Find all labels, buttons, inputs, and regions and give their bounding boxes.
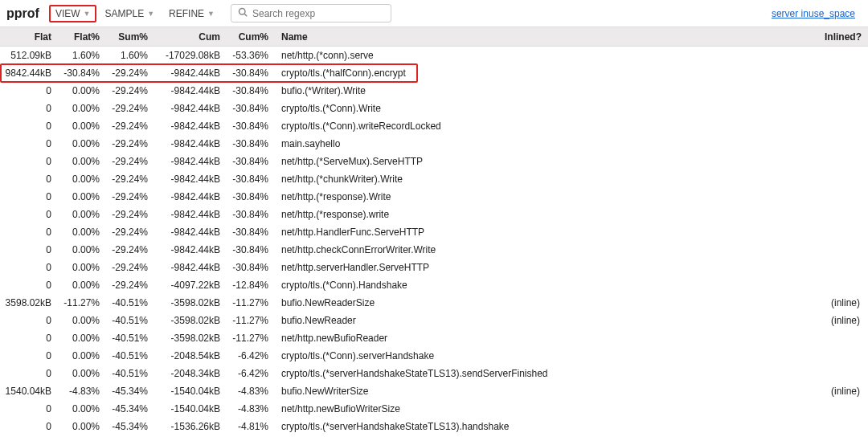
cell-sump: -29.24% xyxy=(104,67,153,79)
top-toolbar: pprof VIEW ▼ SAMPLE ▼ REFINE ▼ server in… xyxy=(0,0,868,27)
cell-cum: -1536.26kB xyxy=(153,421,225,432)
table-row[interactable]: 00.00%-29.24%-9842.44kB-30.84%main.sayhe… xyxy=(0,135,868,153)
cell-flat: 0 xyxy=(0,209,56,220)
cell-sump: -29.24% xyxy=(104,120,153,132)
chevron-down-icon: ▼ xyxy=(147,10,154,18)
menu-view[interactable]: VIEW ▼ xyxy=(49,5,97,22)
table-row[interactable]: 9842.44kB-30.84%-29.24%-9842.44kB-30.84%… xyxy=(0,64,868,82)
table-row[interactable]: 512.09kB1.60%1.60%-17029.08kB-53.36%net/… xyxy=(0,47,868,64)
cell-name: net/http.serverHandler.ServeHTTP xyxy=(273,262,820,273)
col-name[interactable]: Name xyxy=(273,31,820,43)
cell-cum: -9842.44kB xyxy=(153,262,225,273)
cell-cump: -30.84% xyxy=(225,174,273,185)
table-row[interactable]: 00.00%-29.24%-9842.44kB-30.84%net/http.H… xyxy=(0,223,868,241)
menu-sample[interactable]: SAMPLE ▼ xyxy=(98,5,161,22)
cell-cump: -30.84% xyxy=(225,67,273,79)
cell-cump: -30.84% xyxy=(225,85,273,96)
cell-sump: -29.24% xyxy=(104,191,153,202)
col-sump[interactable]: Sum% xyxy=(104,31,153,43)
cell-flatp: -4.83% xyxy=(56,386,104,397)
table-row[interactable]: 00.00%-45.34%-1540.04kB-4.83%net/http.ne… xyxy=(0,400,868,418)
cell-name: bufio.NewWriterSize xyxy=(273,386,820,397)
cell-name: net/http.HandlerFunc.ServeHTTP xyxy=(273,227,820,238)
col-cum[interactable]: Cum xyxy=(153,31,225,43)
table-row[interactable]: 00.00%-40.51%-2048.54kB-6.42%crypto/tls.… xyxy=(0,347,868,365)
cell-cum: -9842.44kB xyxy=(153,138,225,149)
cell-flat: 0 xyxy=(0,191,56,202)
cell-cum: -9842.44kB xyxy=(153,156,225,167)
table-row[interactable]: 00.00%-40.51%-3598.02kB-11.27%bufio.NewR… xyxy=(0,312,868,329)
table-row[interactable]: 00.00%-29.24%-9842.44kB-30.84%bufio.(*Wr… xyxy=(0,82,868,100)
table-row[interactable]: 00.00%-29.24%-9842.44kB-30.84%net/http.s… xyxy=(0,259,868,276)
cell-name: crypto/tls.(*Conn).Handshake xyxy=(273,280,820,291)
cell-flatp: 0.00% xyxy=(56,138,104,149)
cell-cum: -9842.44kB xyxy=(153,191,225,202)
cell-cum: -9842.44kB xyxy=(153,85,225,96)
table-row[interactable]: 00.00%-29.24%-9842.44kB-30.84%net/http.c… xyxy=(0,241,868,259)
col-flatp[interactable]: Flat% xyxy=(56,31,104,43)
table-row[interactable]: 00.00%-40.51%-2048.34kB-6.42%crypto/tls.… xyxy=(0,365,868,382)
cell-cump: -11.27% xyxy=(225,315,273,326)
menu-sample-label: SAMPLE xyxy=(104,8,144,19)
cell-flat: 0 xyxy=(0,333,56,344)
table-row[interactable]: 00.00%-45.34%-1536.26kB-4.81%crypto/tls.… xyxy=(0,418,868,435)
cell-flat: 0 xyxy=(0,280,56,291)
table-row[interactable]: 00.00%-29.24%-9842.44kB-30.84%crypto/tls… xyxy=(0,117,868,135)
chevron-down-icon: ▼ xyxy=(84,10,91,18)
table-row[interactable]: 00.00%-29.24%-9842.44kB-30.84%net/http.(… xyxy=(0,188,868,206)
cell-cump: -30.84% xyxy=(225,103,273,114)
search-input[interactable] xyxy=(252,8,384,19)
cell-flatp: 0.00% xyxy=(56,350,104,361)
cell-cum: -9842.44kB xyxy=(153,120,225,132)
cell-flatp: 0.00% xyxy=(56,174,104,185)
cell-flatp: 0.00% xyxy=(56,280,104,291)
profile-link[interactable]: server inuse_space xyxy=(772,8,862,19)
cell-flatp: -11.27% xyxy=(56,297,104,308)
cell-flatp: 0.00% xyxy=(56,85,104,96)
cell-flat: 1540.04kB xyxy=(0,386,56,397)
cell-cump: -30.84% xyxy=(225,120,273,132)
cell-flatp: 0.00% xyxy=(56,244,104,255)
cell-flatp: 0.00% xyxy=(56,315,104,326)
app-logo: pprof xyxy=(6,6,47,21)
cell-name: net/http.(*response).write xyxy=(273,209,820,220)
cell-name: net/http.(*conn).serve xyxy=(273,50,820,61)
cell-flatp: 0.00% xyxy=(56,262,104,273)
cell-cump: -4.83% xyxy=(225,386,273,397)
cell-cum: -3598.02kB xyxy=(153,297,225,308)
cell-flat: 0 xyxy=(0,85,56,96)
col-cump[interactable]: Cum% xyxy=(225,31,273,43)
table-header: Flat Flat% Sum% Cum Cum% Name Inlined? xyxy=(0,27,868,47)
cell-sump: -29.24% xyxy=(104,85,153,96)
cell-flatp: 0.00% xyxy=(56,156,104,167)
cell-flat: 0 xyxy=(0,174,56,185)
cell-cump: -53.36% xyxy=(225,50,273,61)
col-inlined[interactable]: Inlined? xyxy=(820,31,868,43)
table-row[interactable]: 00.00%-40.51%-3598.02kB-11.27%net/http.n… xyxy=(0,329,868,347)
table-row[interactable]: 00.00%-29.24%-9842.44kB-30.84%net/http.(… xyxy=(0,170,868,188)
table-row[interactable]: 00.00%-29.24%-9842.44kB-30.84%net/http.(… xyxy=(0,206,868,223)
table-row[interactable]: 1540.04kB-4.83%-45.34%-1540.04kB-4.83%bu… xyxy=(0,382,868,400)
table-row[interactable]: 00.00%-29.24%-9842.44kB-30.84%net/http.(… xyxy=(0,153,868,170)
table-row[interactable]: 00.00%-29.24%-9842.44kB-30.84%crypto/tls… xyxy=(0,100,868,117)
cell-cump: -4.81% xyxy=(225,421,273,432)
cell-cum: -9842.44kB xyxy=(153,209,225,220)
cell-name: net/http.(*chunkWriter).Write xyxy=(273,174,820,185)
table-body: 512.09kB1.60%1.60%-17029.08kB-53.36%net/… xyxy=(0,47,868,441)
cell-sump: -29.24% xyxy=(104,138,153,149)
cell-name: net/http.checkConnErrorWriter.Write xyxy=(273,244,820,255)
cell-cum: -3598.02kB xyxy=(153,315,225,326)
col-flat[interactable]: Flat xyxy=(0,31,56,43)
cell-name: net/http.(*ServeMux).ServeHTTP xyxy=(273,156,820,167)
cell-cump: -6.42% xyxy=(225,368,273,379)
table-row[interactable]: 00.00%-29.24%-4097.22kB-12.84%crypto/tls… xyxy=(0,276,868,294)
table-row[interactable]: 3598.02kB-11.27%-40.51%-3598.02kB-11.27%… xyxy=(0,294,868,312)
cell-flat: 3598.02kB xyxy=(0,297,56,308)
cell-flat: 0 xyxy=(0,262,56,273)
menu-refine[interactable]: REFINE ▼ xyxy=(162,5,221,22)
cell-cump: -11.27% xyxy=(225,297,273,308)
cell-sump: -29.24% xyxy=(104,262,153,273)
cell-sump: -40.51% xyxy=(104,297,153,308)
cell-cump: -30.84% xyxy=(225,191,273,202)
cell-sump: -40.51% xyxy=(104,333,153,344)
